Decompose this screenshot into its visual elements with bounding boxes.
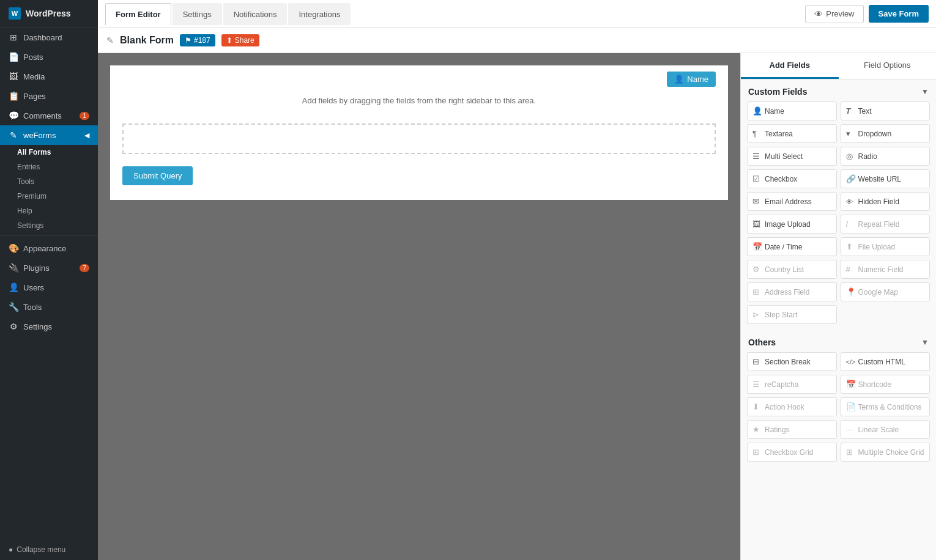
field-btn-name[interactable]: 👤 Name	[747, 101, 837, 120]
sidebar-sub-tools[interactable]: Tools	[0, 174, 98, 189]
field-btn-radio[interactable]: ◎ Radio	[841, 147, 930, 166]
field-label: File Upload	[858, 243, 896, 251]
field-btn-numeric-field: # Numeric Field	[841, 260, 930, 279]
text-field-icon: T	[846, 106, 855, 116]
field-btn-image-upload[interactable]: 🖼 Image Upload	[747, 215, 837, 234]
sidebar-item-label: Comments	[23, 111, 62, 120]
sidebar-sub-premium[interactable]: Premium	[0, 189, 98, 204]
field-btn-shortcode: 📅 Shortcode	[841, 375, 930, 394]
form-share-badge[interactable]: ⬆ Share	[221, 34, 259, 46]
field-btn-email[interactable]: ✉ Email Address	[747, 192, 837, 211]
field-label: Country List	[765, 265, 804, 274]
sidebar-item-label: Settings	[23, 322, 52, 331]
field-btn-checkbox[interactable]: ☑ Checkbox	[747, 169, 837, 188]
others-fields-header: Others ▼	[747, 330, 930, 352]
tab-settings[interactable]: Settings	[173, 3, 222, 25]
settings-icon: ⚙	[9, 322, 18, 331]
preview-label: Preview	[826, 9, 854, 18]
action-hook-icon: ⬇	[752, 402, 761, 411]
pages-icon: 📋	[9, 91, 18, 101]
name-field-icon: 👤	[752, 106, 761, 116]
sidebar-item-plugins[interactable]: 🔌 Plugins 7	[0, 258, 98, 278]
form-id-badge[interactable]: ⚑ #187	[180, 34, 215, 46]
sidebar-sub-all-forms[interactable]: All Forms	[0, 145, 98, 160]
field-label: reCaptcha	[765, 380, 798, 389]
sidebar-item-label: Appearance	[23, 244, 66, 253]
field-btn-multiple-choice-grid: ⊞ Multiple Choice Grid	[841, 443, 930, 462]
field-btn-ratings: ★ Ratings	[747, 420, 837, 439]
sidebar-item-weforms[interactable]: ✎ weForms ◀	[0, 125, 98, 145]
sidebar-item-dashboard[interactable]: ⊞ Dashboard	[0, 28, 98, 47]
field-btn-country-list: ⚙ Country List	[747, 260, 837, 279]
panel-tabs: Add Fields Field Options	[741, 53, 936, 79]
field-label: Image Upload	[765, 220, 811, 229]
edit-icon: ✎	[106, 35, 114, 45]
datetime-field-icon: 📅	[752, 242, 761, 251]
collapse-menu-button[interactable]: ● Collapse menu	[0, 539, 98, 560]
topbar: Form Editor Settings Notifications Integ…	[98, 0, 936, 28]
submit-button[interactable]: Submit Query	[122, 166, 193, 185]
field-btn-step-start: ⊳ Step Start	[747, 305, 837, 324]
sidebar-item-settings[interactable]: ⚙ Settings	[0, 317, 98, 336]
tab-integrations[interactable]: Integrations	[288, 3, 351, 25]
checkbox-grid-icon: ⊞	[752, 448, 761, 457]
field-label: Terms & Conditions	[858, 403, 922, 411]
field-btn-action-hook: ⬇ Action Hook	[747, 397, 837, 416]
field-label: Step Start	[765, 311, 797, 319]
sidebar-item-label: Pages	[23, 92, 46, 101]
panel-tab-field-options[interactable]: Field Options	[839, 53, 937, 79]
form-title-bar: ✎ Blank Form ⚑ #187 ⬆ Share	[98, 28, 936, 53]
flag-icon: ⚑	[185, 36, 191, 45]
sidebar-item-label: weForms	[23, 131, 56, 140]
field-btn-recaptcha: ☰ reCaptcha	[747, 375, 837, 394]
field-btn-address-field: ⊞ Address Field	[747, 282, 837, 301]
field-btn-section-break[interactable]: ⊟ Section Break	[747, 352, 837, 371]
sidebar-item-posts[interactable]: 📄 Posts	[0, 47, 98, 67]
field-label: Name	[765, 107, 784, 116]
field-btn-file-upload: ⬆ File Upload	[841, 237, 930, 256]
sidebar-item-tools[interactable]: 🔧 Tools	[0, 297, 98, 317]
panel-tab-add-fields[interactable]: Add Fields	[741, 53, 839, 79]
field-btn-text[interactable]: T Text	[841, 101, 930, 120]
field-btn-multi-select[interactable]: ☰ Multi Select	[747, 147, 837, 166]
field-label: Multi Select	[765, 152, 803, 161]
field-btn-dropdown[interactable]: ▾ Dropdown	[841, 124, 930, 143]
form-dashed-drop-area[interactable]	[122, 123, 716, 154]
checkbox-field-icon: ☑	[752, 174, 761, 183]
address-field-icon: ⊞	[752, 287, 761, 297]
field-btn-date-time[interactable]: 📅 Date / Time	[747, 237, 837, 256]
comments-icon: 💬	[9, 111, 18, 120]
tab-form-editor[interactable]: Form Editor	[105, 3, 171, 25]
sidebar-sub-entries[interactable]: Entries	[0, 160, 98, 174]
sidebar-logo-label: WordPress	[26, 9, 71, 18]
form-canvas: Add fields by dragging the fields from t…	[98, 53, 740, 560]
sidebar-logo: W WordPress	[0, 0, 98, 28]
eye-icon: 👁	[814, 9, 823, 19]
field-label: Repeat Field	[858, 220, 900, 229]
field-label: Textarea	[765, 130, 793, 138]
name-tooltip-label: Name	[687, 75, 708, 84]
field-label: Checkbox Grid	[765, 448, 813, 457]
weforms-arrow: ◀	[84, 131, 89, 139]
field-btn-hidden-field[interactable]: 👁 Hidden Field	[841, 192, 930, 211]
others-fields-grid: ⊟ Section Break </> Custom HTML ☰ reCapt…	[747, 352, 930, 462]
field-btn-textarea[interactable]: ¶ Textarea	[747, 124, 837, 143]
sidebar-item-appearance[interactable]: 🎨 Appearance	[0, 238, 98, 258]
sidebar-item-users[interactable]: 👤 Users	[0, 278, 98, 297]
field-btn-custom-html[interactable]: </> Custom HTML	[841, 352, 930, 371]
sidebar-item-media[interactable]: 🖼 Media	[0, 67, 98, 86]
preview-button[interactable]: 👁 Preview	[805, 5, 863, 23]
step-start-icon: ⊳	[752, 310, 761, 319]
sidebar-item-comments[interactable]: 💬 Comments 1	[0, 106, 98, 125]
image-upload-icon: 🖼	[752, 219, 761, 229]
wp-logo-icon: W	[9, 7, 21, 20]
tab-notifications[interactable]: Notifications	[223, 3, 288, 25]
recaptcha-icon: ☰	[752, 380, 761, 389]
sidebar-item-label: Users	[23, 283, 44, 292]
save-form-button[interactable]: Save Form	[869, 5, 929, 23]
sidebar-item-pages[interactable]: 📋 Pages	[0, 86, 98, 106]
field-label: Hidden Field	[858, 197, 899, 206]
sidebar-sub-help[interactable]: Help	[0, 204, 98, 218]
field-btn-website-url[interactable]: 🔗 Website URL	[841, 169, 930, 188]
sidebar-sub-settings[interactable]: Settings	[0, 218, 98, 233]
